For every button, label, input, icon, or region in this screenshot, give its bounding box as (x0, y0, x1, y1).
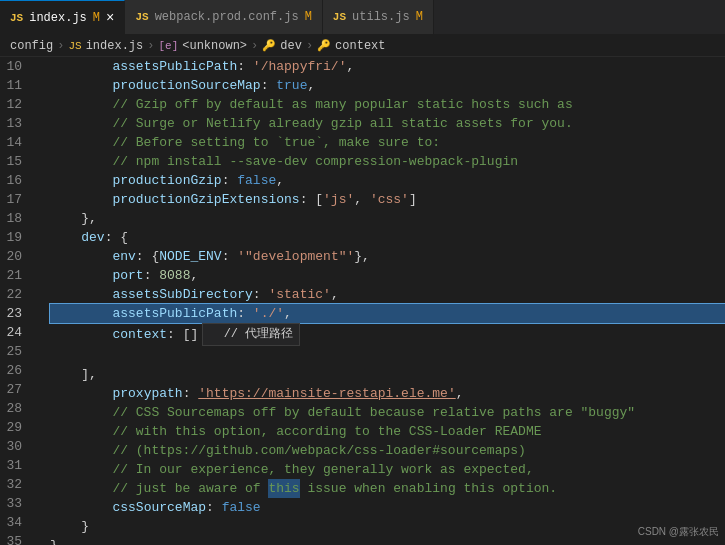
code-line-19: dev: { (50, 228, 725, 247)
tab-label-webpack: webpack.prod.conf.js (155, 10, 299, 24)
tab-utils-js[interactable]: JS utils.js M (323, 0, 434, 34)
tab-modified-utils: M (416, 10, 423, 24)
code-content[interactable]: assetsPublicPath: '/happyfri/', producti… (42, 57, 725, 545)
breadcrumb-context: context (335, 39, 385, 53)
code-line-28: // CSS Sourcemaps off by default because… (50, 403, 725, 422)
tab-label-utils: utils.js (352, 10, 410, 24)
code-line-16: productionGzip: false, (50, 171, 725, 190)
tab-webpack-conf[interactable]: JS webpack.prod.conf.js M (125, 0, 322, 34)
breadcrumb-unknown: <unknown> (182, 39, 247, 53)
code-line-14: // Before setting to `true`, make sure t… (50, 133, 725, 152)
code-line-20: env: {NODE_ENV: '"development"'}, (50, 247, 725, 266)
code-line-10: assetsPublicPath: '/happyfri/', (50, 57, 725, 76)
tab-icon-webpack: JS (135, 11, 148, 23)
code-line-18: }, (50, 209, 725, 228)
watermark: CSDN @露张农民 (638, 525, 719, 539)
line-numbers: 10 11 12 13 14 15 16 17 18 19 20 21 22 2… (0, 57, 42, 545)
code-line-29: // with this option, according to the CS… (50, 422, 725, 441)
code-line-22: assetsSubDirectory: 'static', (50, 285, 725, 304)
code-line-11: productionSourceMap: true, (50, 76, 725, 95)
code-line-34: } (50, 517, 725, 536)
code-line-26: ], (50, 365, 725, 384)
code-line-25 (50, 346, 725, 365)
code-line-32: // just be aware of this issue when enab… (50, 479, 725, 498)
tab-index-js[interactable]: JS index.js M × (0, 0, 125, 34)
editor: 10 11 12 13 14 15 16 17 18 19 20 21 22 2… (0, 57, 725, 545)
code-line-17: productionGzipExtensions: ['js', 'css'] (50, 190, 725, 209)
code-line-30: // (https://github.com/webpack/css-loade… (50, 441, 725, 460)
code-line-12: // Gzip off by default as many popular s… (50, 95, 725, 114)
code-line-27: proxypath: 'https://mainsite-restapi.ele… (50, 384, 725, 403)
code-line-13: // Surge or Netlify already gzip all sta… (50, 114, 725, 133)
highlighted-this: this (268, 479, 299, 498)
tab-label-index: index.js (29, 11, 87, 25)
code-line-24: context: [] // 代理路径 (50, 323, 725, 346)
code-line-33: cssSourceMap: false (50, 498, 725, 517)
breadcrumb: config › JS index.js › [e] <unknown> › 🔑… (0, 35, 725, 57)
breadcrumb-config: config (10, 39, 53, 53)
tab-icon-index: JS (10, 12, 23, 24)
tab-close-index[interactable]: × (106, 11, 114, 25)
breadcrumb-file: index.js (86, 39, 144, 53)
breadcrumb-dev: dev (280, 39, 302, 53)
code-line-15: // npm install --save-dev compression-we… (50, 152, 725, 171)
tab-modified-index: M (93, 11, 100, 25)
inline-popup: // 代理路径 (202, 323, 300, 346)
tab-icon-utils: JS (333, 11, 346, 23)
code-line-23: assetsPublicPath: './', (50, 304, 725, 323)
tab-modified-webpack: M (305, 10, 312, 24)
code-line-31: // In our experience, they generally wor… (50, 460, 725, 479)
tab-bar: JS index.js M × JS webpack.prod.conf.js … (0, 0, 725, 35)
code-line-21: port: 8088, (50, 266, 725, 285)
code-line-35: } (50, 536, 725, 545)
